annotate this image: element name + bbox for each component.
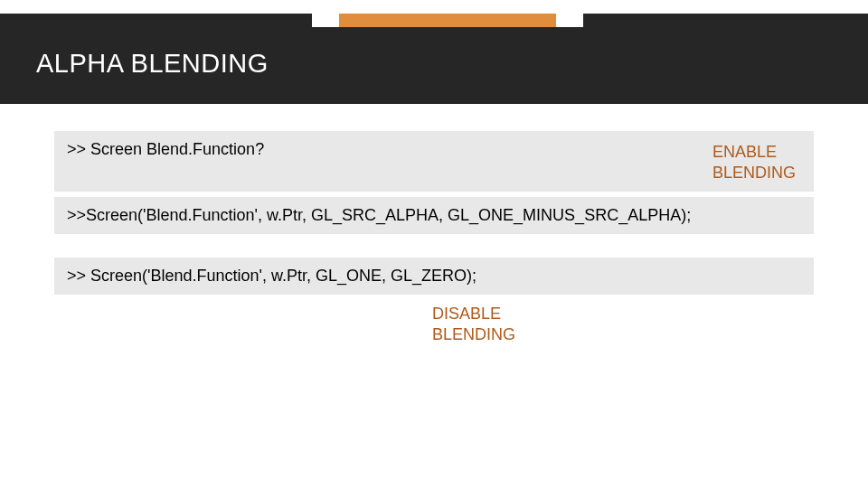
- bar-segment-dark-left: [0, 14, 312, 27]
- code-line: >> Screen('Blend.Function', w.Ptr, GL_ON…: [54, 258, 814, 295]
- bar-segment-orange: [339, 14, 556, 27]
- slide-title: ALPHA BLENDING: [36, 49, 832, 79]
- bar-gap: [312, 0, 339, 27]
- code-line: >>Screen('Blend.Function', w.Ptr, GL_SRC…: [54, 197, 814, 234]
- header-decorative-bar: [0, 0, 868, 27]
- spacer: [0, 239, 868, 258]
- bar-gap: [556, 0, 583, 27]
- code-text: >>Screen('Blend.Function', w.Ptr, GL_SRC…: [67, 206, 691, 224]
- label-text: DISABLE: [432, 305, 501, 323]
- content-area: >> Screen Blend.Function? ENABLE BLENDIN…: [0, 104, 868, 344]
- code-text: >> Screen('Blend.Function', w.Ptr, GL_ON…: [67, 267, 476, 285]
- label-text: BLENDING: [432, 325, 515, 343]
- label-text: BLENDING: [712, 164, 796, 182]
- code-text: >> Screen Blend.Function?: [67, 140, 264, 159]
- bar-segment-dark-right: [583, 14, 868, 27]
- disable-blending-label: DISABLE BLENDING: [432, 304, 868, 344]
- enable-blending-label: ENABLE BLENDING: [712, 142, 801, 183]
- title-block: ALPHA BLENDING: [0, 27, 868, 104]
- code-line: >> Screen Blend.Function? ENABLE BLENDIN…: [54, 131, 814, 192]
- label-text: ENABLE: [712, 143, 777, 161]
